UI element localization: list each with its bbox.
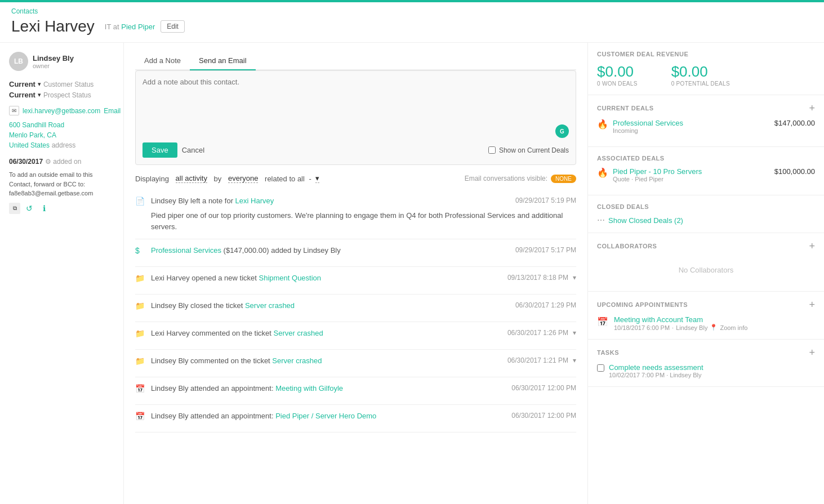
show-closed-deals-link[interactable]: Show Closed Deals (2): [608, 216, 683, 225]
customer-status-type: Customer Status: [43, 81, 93, 88]
potential-amount: $0.00: [671, 63, 730, 81]
fire-icon: 🔥: [597, 167, 608, 178]
activity-time: 06/30/2017 1:21 PM: [507, 356, 568, 364]
activity-time: 06/30/2017 12:00 PM: [511, 412, 576, 420]
email-icon: ✉: [9, 106, 19, 115]
current-deals-title: CURRENT DEALS: [597, 105, 654, 111]
activity-link[interactable]: Lexi Harvey: [235, 197, 274, 205]
activity-link[interactable]: Server crashed: [272, 356, 322, 365]
activity-icon-ticket: 📁: [135, 329, 146, 340]
contact-info: ✉ lexi.harvey@getbase.com Email 600 Sand…: [9, 106, 114, 150]
task-name[interactable]: Complete needs assessment: [609, 363, 703, 372]
edit-button[interactable]: Edit: [161, 20, 185, 33]
note-textarea[interactable]: [142, 78, 569, 123]
activity-time: 09/29/2017 5:17 PM: [515, 246, 576, 254]
customer-status-value: Current: [9, 80, 35, 88]
breadcrumb[interactable]: Contacts: [11, 7, 38, 15]
activity-link[interactable]: Pied Piper / Server Hero Demo: [275, 412, 376, 420]
appointments-title: UPCOMING APPOINTMENTS: [597, 301, 688, 308]
activity-link[interactable]: Server crashed: [274, 329, 323, 337]
appt-name[interactable]: Meeting with Account Team: [614, 315, 747, 324]
appointment-item: 📅 Meeting with Account Team 10/18/2017 6…: [597, 315, 815, 331]
displaying-label: Displaying: [135, 175, 169, 183]
activity-item: 📅 Lindsey Bly attended an appointment: M…: [135, 377, 576, 405]
expand-icon[interactable]: ▾: [573, 274, 576, 282]
page-subtitle: IT at Pied Piper: [105, 23, 155, 31]
cancel-button[interactable]: Cancel: [182, 146, 204, 154]
task-checkbox[interactable]: [597, 364, 604, 372]
activity-time: 09/29/2017 5:19 PM: [515, 197, 576, 204]
activity-link[interactable]: Meeting with Gilfoyle: [275, 384, 343, 393]
activity-list: 📄 Lindsey Bly left a note for Lexi Harve…: [135, 190, 576, 432]
bcc-section: To add an outside email to this Contact,…: [9, 170, 114, 198]
none-badge[interactable]: NONE: [551, 175, 576, 183]
show-closed-deals-row[interactable]: ⋯ Show Closed Deals (2): [597, 216, 815, 225]
right-sidebar: CUSTOMER DEAL REVENUE $0.00 0 WON DEALS …: [587, 43, 824, 504]
collaborators-add[interactable]: +: [809, 241, 815, 251]
icon-row: ⧉ ↺ ℹ: [9, 203, 114, 214]
status-section: Current ▾ Customer Status Current ▾ Pros…: [9, 80, 114, 99]
associated-deals-section: ASSOCIATED DEALS 🔥 Pied Piper - 10 Pro S…: [588, 147, 824, 195]
task-owner: Lindsey Bly: [670, 372, 701, 378]
activity-filter: Displaying all activity by everyone rela…: [135, 174, 576, 183]
refresh-icon[interactable]: ↺: [24, 203, 35, 214]
activity-icon-appt: 📅: [135, 412, 146, 423]
activity-type-filter[interactable]: all activity: [176, 174, 207, 183]
activity-text: Lindsey Bly attended an appointment: Pie…: [151, 412, 376, 420]
activity-text: Professional Services ($147,000.00) adde…: [151, 246, 341, 255]
location-pin-icon: 📍: [710, 324, 718, 331]
prospect-status-dropdown[interactable]: ▾: [38, 91, 41, 99]
company-link[interactable]: Pied Piper: [121, 23, 155, 31]
date-section: 06/30/2017 ⚙ added on: [9, 157, 114, 166]
activity-time: 06/30/2017 12:00 PM: [511, 384, 576, 392]
owner-row: LB Lindsey Bly owner: [9, 52, 114, 71]
activity-item: 📁 Lexi Harvey commented on the ticket Se…: [135, 322, 576, 350]
email-visible-label: Email conversations visible:: [465, 175, 547, 182]
activity-text: Lindsey Bly closed the ticket Server cra…: [151, 301, 295, 310]
activity-link[interactable]: Professional Services: [151, 246, 221, 255]
note-panel: G Save Cancel Show on Current Deals: [135, 70, 576, 165]
activity-link[interactable]: Shipment Question: [259, 274, 322, 282]
show-deals-label: Show on Current Deals: [488, 146, 569, 154]
deal-name[interactable]: Professional Services: [613, 119, 683, 127]
added-on-label: added on: [53, 158, 81, 166]
tab-add-note[interactable]: Add a Note: [135, 52, 190, 70]
everyone-filter[interactable]: everyone: [228, 174, 258, 183]
customer-deal-revenue-title: CUSTOMER DEAL REVENUE: [597, 51, 688, 57]
activity-item: 📁 Lindsey Bly commented on the ticket Se…: [135, 350, 576, 377]
email-action-label[interactable]: Email: [104, 107, 121, 115]
owner-name: Lindsey Bly: [33, 54, 74, 63]
activity-link[interactable]: Server crashed: [245, 301, 295, 310]
closed-deals-section: CLOSED DEALS ⋯ Show Closed Deals (2): [588, 195, 824, 233]
tab-send-email[interactable]: Send an Email: [190, 52, 256, 70]
save-button[interactable]: Save: [142, 142, 177, 158]
related-to-label: related to all: [265, 175, 305, 183]
won-label: 0 WON DEALS: [597, 81, 638, 87]
center-content: Add a Note Send an Email G Save Cancel S…: [124, 43, 587, 504]
customer-status-dropdown[interactable]: ▾: [38, 81, 41, 88]
activity-time: 06/30/2017 1:26 PM: [507, 329, 568, 337]
deal-name[interactable]: Pied Piper - 10 Pro Servers: [613, 167, 702, 176]
appt-owner: Lindsey Bly: [676, 324, 707, 331]
appointments-add[interactable]: +: [809, 300, 815, 310]
tasks-section: TASKS + Complete needs assessment 10/02/…: [588, 340, 824, 387]
won-amount: $0.00: [597, 63, 638, 81]
associated-deals-title: ASSOCIATED DEALS: [597, 155, 665, 162]
expand-icon[interactable]: ▾: [573, 329, 576, 337]
expand-icon[interactable]: ▾: [573, 356, 576, 364]
activity-text: Lindsey Bly commented on the ticket Serv…: [151, 356, 322, 365]
current-deals-add[interactable]: +: [809, 103, 815, 113]
info-icon[interactable]: ℹ: [38, 203, 50, 214]
show-deals-checkbox[interactable]: [488, 146, 496, 154]
related-to-filter[interactable]: ▾: [315, 174, 319, 183]
activity-icon-ticket: 📁: [135, 301, 146, 313]
copy-icon[interactable]: ⧉: [9, 203, 20, 214]
owner-role: owner: [33, 63, 74, 69]
page-title: Lexi Harvey: [11, 17, 95, 35]
email-link[interactable]: lexi.harvey@getbase.com: [23, 107, 100, 115]
fire-icon: 🔥: [597, 119, 608, 130]
tasks-add[interactable]: +: [809, 347, 815, 358]
activity-item: 📁 Lindsey Bly closed the ticket Server c…: [135, 295, 576, 322]
current-deals-section: CURRENT DEALS + 🔥 Professional Services …: [588, 95, 824, 147]
deal-amount: $147,000.00: [774, 119, 815, 127]
